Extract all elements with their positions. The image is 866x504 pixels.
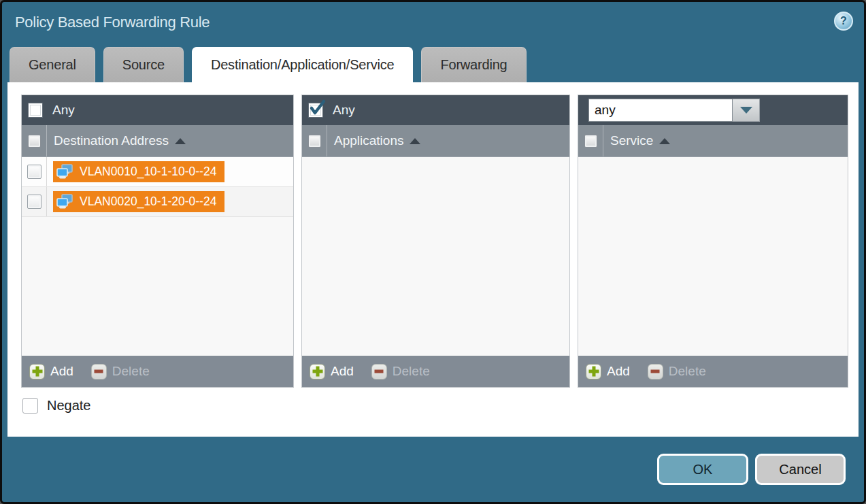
tab-forwarding[interactable]: Forwarding [421,47,526,82]
list-item[interactable]: VLAN0010_10-1-10-0--24 [53,161,224,182]
applications-footer: Add Delete [302,356,569,387]
cancel-button[interactable]: Cancel [755,454,846,485]
destination-address-list: VLAN0010_10-1-10-0--24 VLAN0020_10-1-20-… [22,157,293,356]
delete-button[interactable]: Delete [91,364,150,380]
service-footer: Add Delete [578,356,848,387]
applications-any-checkbox[interactable] [308,103,323,118]
delete-minus-icon [371,364,387,380]
service-dropdown-input[interactable] [588,99,733,122]
applications-panel: Any Applications Add Delete [301,95,570,388]
tab-content: Any Destination Address [7,82,859,437]
add-plus-icon [310,364,325,380]
service-sort-header[interactable]: Service [610,133,670,148]
service-column-header: Service [578,125,848,157]
destination-any-bar: Any [22,95,293,125]
negate-row: Negate [22,398,91,414]
address-object-label: VLAN0010_10-1-10-0--24 [80,165,216,179]
add-button[interactable]: Add [586,364,630,380]
row-checkbox[interactable] [27,165,41,179]
tab-source[interactable]: Source [103,47,184,82]
service-dropdown [588,99,760,122]
help-icon[interactable]: ? [834,12,853,31]
delete-button[interactable]: Delete [371,364,430,380]
applications-select-all-checkbox[interactable] [308,135,321,148]
ok-button[interactable]: OK [657,454,748,485]
address-object-label: VLAN0020_10-1-20-0--24 [80,195,216,209]
tab-general[interactable]: General [10,47,95,82]
destination-column-header: Destination Address [22,125,293,157]
negate-label: Negate [47,398,91,414]
tab-destination-application-service[interactable]: Destination/Application/Service [192,47,414,82]
policy-based-forwarding-dialog: Policy Based Forwarding Rule ? General S… [0,0,866,504]
add-button[interactable]: Add [29,364,73,380]
add-button[interactable]: Add [310,364,354,380]
applications-any-label: Any [333,103,355,118]
service-dropdown-bar [578,95,848,125]
sort-ascending-icon [175,138,186,144]
delete-button[interactable]: Delete [648,364,706,380]
service-select-all-checkbox[interactable] [584,135,597,148]
table-row: VLAN0020_10-1-20-0--24 [22,187,293,217]
chevron-down-icon [740,107,752,114]
checkmark-icon [308,99,326,117]
applications-column-header: Applications [302,125,569,157]
service-list [578,157,848,356]
delete-minus-icon [648,364,663,380]
add-plus-icon [586,364,601,380]
service-panel: Service Add Delete [578,95,848,388]
destination-any-checkbox[interactable] [28,103,43,118]
negate-checkbox[interactable] [22,398,38,414]
destination-select-all-checkbox[interactable] [28,135,41,148]
list-item[interactable]: VLAN0020_10-1-20-0--24 [53,191,224,212]
destination-address-sort-header[interactable]: Destination Address [54,133,186,148]
sort-ascending-icon [410,138,420,144]
network-address-icon [56,194,75,210]
delete-minus-icon [91,364,107,380]
service-dropdown-button[interactable] [733,99,760,122]
destination-footer: Add Delete [22,356,293,387]
network-address-icon [56,164,75,180]
sort-ascending-icon [659,138,670,144]
dialog-title: Policy Based Forwarding Rule [15,14,210,31]
row-checkbox[interactable] [27,195,41,209]
destination-address-panel: Any Destination Address [21,95,294,388]
applications-sort-header[interactable]: Applications [334,133,420,148]
table-row: VLAN0010_10-1-10-0--24 [22,157,293,187]
add-plus-icon [29,364,45,380]
tab-bar: General Source Destination/Application/S… [10,47,527,82]
applications-list [302,157,569,356]
destination-any-label: Any [52,103,75,118]
applications-any-bar: Any [302,95,569,125]
